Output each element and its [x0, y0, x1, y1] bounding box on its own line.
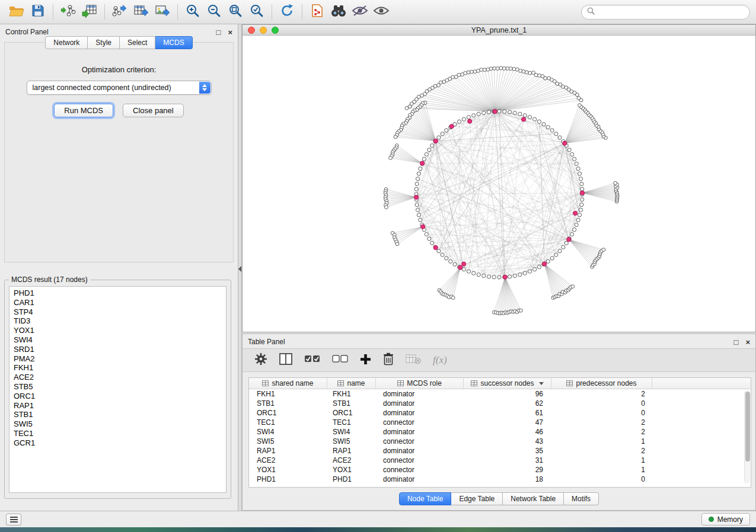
network-node[interactable] — [417, 213, 420, 217]
table-row[interactable]: SWI5SWI5connector431 — [249, 437, 751, 446]
network-node[interactable] — [430, 144, 434, 148]
tab-node-table[interactable]: Node Table — [399, 492, 452, 505]
network-node[interactable] — [508, 110, 511, 114]
maximize-window-icon[interactable] — [272, 27, 279, 34]
network-edge[interactable] — [422, 164, 515, 276]
network-node[interactable] — [580, 187, 584, 191]
network-node[interactable] — [564, 241, 568, 245]
mcds-list-item[interactable]: PMA2 — [14, 354, 222, 364]
network-node[interactable] — [577, 97, 580, 100]
network-node[interactable] — [473, 70, 477, 73]
network-node[interactable] — [562, 245, 565, 249]
network-node[interactable] — [472, 114, 476, 117]
tab-motifs[interactable]: Motifs — [564, 492, 599, 505]
network-node[interactable] — [430, 241, 434, 245]
network-edge[interactable] — [449, 268, 460, 297]
network-node[interactable] — [523, 114, 527, 117]
network-node[interactable] — [476, 69, 480, 73]
network-edge[interactable] — [438, 85, 495, 111]
network-edge[interactable] — [569, 239, 593, 265]
network-edge[interactable] — [569, 239, 598, 258]
float-panel-icon[interactable]: □ — [216, 28, 221, 36]
open-file-button[interactable] — [6, 2, 27, 21]
network-node[interactable] — [414, 187, 418, 191]
network-edge[interactable] — [544, 264, 570, 287]
zoom-selected-button[interactable] — [246, 2, 267, 21]
network-edge[interactable] — [444, 82, 495, 111]
network-node[interactable] — [554, 132, 558, 136]
network-edge[interactable] — [505, 277, 517, 312]
close-panel-icon[interactable]: × — [745, 338, 750, 346]
network-node[interactable] — [580, 198, 584, 201]
network-node[interactable] — [419, 218, 422, 222]
network-node[interactable] — [537, 120, 541, 123]
network-node[interactable] — [579, 177, 582, 181]
network-node[interactable] — [506, 67, 509, 70]
network-node[interactable] — [415, 182, 419, 185]
network-node[interactable] — [419, 167, 422, 171]
network-node[interactable] — [451, 296, 455, 300]
network-edge[interactable] — [432, 88, 495, 111]
network-node[interactable] — [457, 120, 461, 123]
network-node[interactable] — [486, 68, 490, 72]
tab-edge-table[interactable]: Edge Table — [451, 492, 503, 505]
network-edge[interactable] — [435, 142, 582, 193]
mcds-list-item[interactable]: FKH1 — [14, 363, 222, 373]
refresh-button[interactable] — [276, 2, 298, 21]
close-panel-button[interactable]: Close panel — [123, 104, 184, 117]
network-node[interactable] — [492, 275, 496, 279]
network-node[interactable] — [422, 157, 426, 161]
network-edge[interactable] — [544, 264, 563, 291]
network-node[interactable] — [518, 273, 522, 277]
network-node[interactable] — [415, 203, 419, 206]
network-hub-node[interactable] — [493, 110, 497, 114]
network-node[interactable] — [453, 262, 457, 266]
network-hub-node[interactable] — [521, 117, 525, 121]
save-session-button[interactable] — [27, 2, 49, 21]
network-edge[interactable] — [582, 185, 617, 193]
network-node[interactable] — [578, 172, 582, 175]
network-hub-node[interactable] — [433, 139, 438, 143]
memory-button[interactable]: Memory — [701, 513, 750, 525]
table-scrollbar[interactable] — [744, 390, 750, 483]
network-node[interactable] — [385, 206, 388, 209]
network-node[interactable] — [570, 152, 574, 156]
tab-select[interactable]: Select — [120, 36, 155, 49]
mcds-list-item[interactable]: SRD1 — [14, 345, 222, 354]
network-node[interactable] — [547, 76, 551, 80]
tab-network[interactable]: Network — [45, 36, 88, 49]
network-node[interactable] — [482, 274, 486, 277]
network-node[interactable] — [499, 66, 503, 70]
network-node[interactable] — [462, 117, 465, 121]
network-edge[interactable] — [397, 148, 423, 164]
network-node[interactable] — [550, 129, 554, 132]
mcds-list-item[interactable]: PHD1 — [14, 289, 222, 298]
network-window-titlebar[interactable]: YPA_prune.txt_1 — [243, 25, 755, 36]
network-edge[interactable] — [410, 115, 435, 141]
network-canvas-area[interactable] — [243, 36, 755, 332]
network-node[interactable] — [575, 162, 578, 165]
minimize-window-icon[interactable] — [260, 27, 267, 34]
network-node[interactable] — [445, 257, 448, 260]
network-node[interactable] — [470, 70, 474, 73]
mcds-list-item[interactable]: RAP1 — [14, 401, 222, 411]
network-edge[interactable] — [569, 239, 599, 256]
network-node[interactable] — [528, 71, 532, 75]
network-node[interactable] — [570, 232, 574, 236]
network-node[interactable] — [493, 67, 496, 70]
network-node[interactable] — [503, 110, 506, 113]
network-node[interactable] — [482, 111, 486, 114]
network-node[interactable] — [564, 86, 568, 89]
network-node[interactable] — [509, 67, 512, 70]
network-hub-node[interactable] — [567, 238, 571, 242]
network-node[interactable] — [578, 104, 581, 107]
network-node[interactable] — [513, 111, 516, 114]
zoom-fit-button[interactable] — [225, 2, 246, 21]
network-hub-node[interactable] — [543, 262, 547, 266]
mcds-list-item[interactable]: SWI4 — [14, 335, 222, 345]
network-edge[interactable] — [417, 110, 436, 141]
show-visual-button[interactable] — [371, 2, 392, 21]
table-row[interactable]: ACE2ACE2connector311 — [249, 456, 751, 465]
add-column-button[interactable] — [360, 354, 371, 367]
network-node[interactable] — [567, 148, 571, 152]
